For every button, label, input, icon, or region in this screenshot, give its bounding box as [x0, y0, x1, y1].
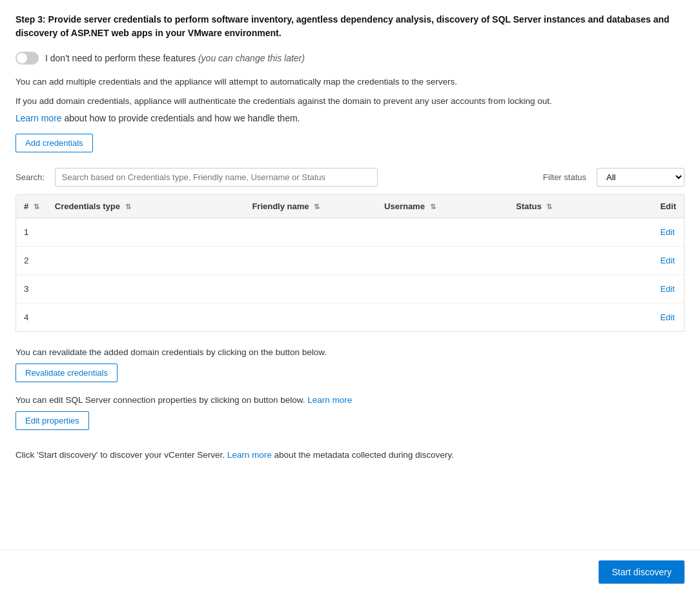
start-discovery-button[interactable]: Start discovery	[599, 560, 685, 584]
row-status	[508, 303, 652, 332]
row-friendly-name	[244, 303, 376, 332]
edit-properties-section: You can edit SQL Server connection prope…	[15, 395, 685, 430]
add-credentials-button[interactable]: Add credentials	[15, 134, 93, 152]
col-header-cred-type[interactable]: Credentials type ⇅	[47, 195, 245, 218]
table-row: 4 Edit	[16, 303, 684, 332]
row-edit[interactable]: Edit	[652, 275, 684, 303]
search-input[interactable]	[55, 168, 378, 187]
row-status	[508, 218, 652, 247]
col-header-friendly-name[interactable]: Friendly name ⇅	[244, 195, 376, 218]
learn-more-suffix: about how to provide credentials and how…	[62, 113, 300, 123]
start-discovery-info: Click 'Start discovery' to discover your…	[15, 448, 685, 462]
info-text-1: You can add multiple credentials and the…	[15, 75, 685, 89]
search-filter-row: Search: Filter status All Valid Invalid …	[15, 168, 685, 187]
step-title: Step 3: Provide server credentials to pe…	[15, 13, 685, 40]
sort-icon-status: ⇅	[546, 203, 552, 211]
table-body: 1 Edit 2 Edit 3 Edit	[16, 218, 684, 332]
row-username	[376, 303, 508, 332]
learn-more-row: Learn more about how to provide credenti…	[15, 113, 685, 123]
row-username	[376, 218, 508, 247]
table-row: 2 Edit	[16, 247, 684, 275]
info-text-2: If you add domain credentials, appliance…	[15, 94, 685, 108]
row-cred-type	[47, 247, 245, 275]
row-status	[508, 275, 652, 303]
credentials-table-container: # ⇅ Credentials type ⇅ Friendly name ⇅ U…	[15, 194, 685, 332]
credentials-table: # ⇅ Credentials type ⇅ Friendly name ⇅ U…	[16, 195, 684, 331]
row-edit[interactable]: Edit	[652, 247, 684, 275]
search-label: Search:	[15, 172, 45, 182]
table-header-row: # ⇅ Credentials type ⇅ Friendly name ⇅ U…	[16, 195, 684, 218]
row-friendly-name	[244, 218, 376, 247]
row-num: 4	[16, 303, 47, 332]
edit-link-1[interactable]: Edit	[660, 227, 674, 237]
col-header-status[interactable]: Status ⇅	[508, 195, 652, 218]
toggle-row: I don't need to perform these features (…	[15, 52, 685, 65]
start-discovery-suffix: about the metadata collected during disc…	[274, 450, 454, 460]
table-row: 3 Edit	[16, 275, 684, 303]
row-username	[376, 247, 508, 275]
row-cred-type	[47, 275, 245, 303]
row-edit[interactable]: Edit	[652, 218, 684, 247]
toggle-switch[interactable]	[15, 52, 39, 65]
toggle-label-italic: (you can change this later)	[198, 53, 305, 63]
edit-link-2[interactable]: Edit	[660, 256, 674, 265]
row-num: 2	[16, 247, 47, 275]
filter-status-select[interactable]: All Valid Invalid Not validated	[597, 168, 685, 187]
revalidate-credentials-button[interactable]: Revalidate credentials	[15, 364, 118, 382]
learn-more-link-1[interactable]: Learn more	[15, 113, 62, 123]
edit-props-info-text: You can edit SQL Server connection prope…	[15, 395, 305, 405]
edit-link-3[interactable]: Edit	[660, 284, 674, 294]
row-friendly-name	[244, 247, 376, 275]
revalidate-info: You can revalidate the added domain cred…	[15, 347, 685, 357]
row-cred-type	[47, 218, 245, 247]
learn-more-link-2[interactable]: Learn more	[307, 395, 352, 405]
revalidate-section: You can revalidate the added domain cred…	[15, 347, 685, 382]
row-num: 1	[16, 218, 47, 247]
row-cred-type	[47, 303, 245, 332]
col-header-num[interactable]: # ⇅	[16, 195, 47, 218]
col-header-edit: Edit	[652, 195, 684, 218]
start-discovery-prefix: Click 'Start discovery' to discover your…	[15, 450, 225, 460]
filter-status-label: Filter status	[543, 172, 586, 182]
sort-icon-friendly: ⇅	[314, 203, 320, 211]
learn-more-link-3[interactable]: Learn more	[227, 450, 272, 460]
sort-icon-num: ⇅	[34, 203, 39, 211]
row-username	[376, 275, 508, 303]
table-row: 1 Edit	[16, 218, 684, 247]
row-friendly-name	[244, 275, 376, 303]
sort-icon-cred: ⇅	[125, 203, 131, 211]
edit-props-info: You can edit SQL Server connection prope…	[15, 395, 685, 405]
edit-properties-button[interactable]: Edit properties	[15, 411, 89, 430]
row-num: 3	[16, 275, 47, 303]
row-edit[interactable]: Edit	[652, 303, 684, 332]
col-header-username[interactable]: Username ⇅	[376, 195, 508, 218]
edit-link-4[interactable]: Edit	[660, 312, 674, 322]
row-status	[508, 247, 652, 275]
toggle-slider	[15, 52, 39, 65]
toggle-label: I don't need to perform these features (…	[45, 53, 305, 63]
add-credentials-container: Add credentials	[15, 134, 685, 152]
bottom-bar: Start discovery	[0, 549, 700, 594]
sort-icon-username: ⇅	[430, 203, 436, 211]
start-discovery-section: Click 'Start discovery' to discover your…	[15, 448, 685, 462]
toggle-label-text: I don't need to perform these features	[45, 53, 196, 63]
